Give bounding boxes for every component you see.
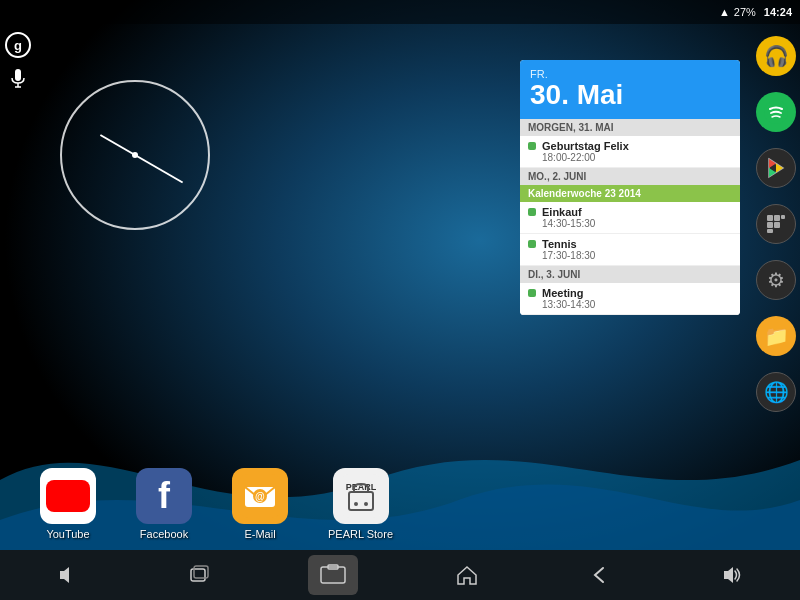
svg-rect-26 [194,566,208,578]
svg-rect-19 [774,215,780,221]
status-icons: ▲ 27% 14:24 [719,6,792,18]
recent-apps-btn[interactable] [175,555,225,595]
app-icons-row: YouTube f Facebook @ E-Mail PEARL [40,468,393,540]
youtube-app[interactable]: YouTube [40,468,96,540]
cal-week-badge: Kalenderwoche 23 2014 [520,185,740,202]
email-label: E-Mail [244,528,275,540]
facebook-icon: f [136,468,192,524]
microphone-icon[interactable] [4,66,32,94]
clock-time: 14:24 [764,6,792,18]
svg-rect-7 [339,474,383,518]
right-sidebar: 🎧 ⚙ 📁 [752,24,800,550]
email-app[interactable]: @ E-Mail [232,468,288,540]
clock-face [60,80,210,230]
clock-minute-hand [135,154,184,183]
clock-widget [60,80,220,240]
event-dot [528,142,536,150]
volume-up-btn[interactable] [708,555,758,595]
event-name: Geburtstag Felix [542,140,629,152]
svg-rect-21 [767,222,773,228]
files-icon[interactable]: 📁 [756,316,796,356]
event-time: 13:30-14:30 [542,299,595,310]
svg-marker-29 [724,567,733,583]
email-icon: @ [232,468,288,524]
spotify-icon[interactable] [756,92,796,132]
nav-bar [0,550,800,600]
svg-rect-0 [15,69,21,81]
pearl-label: PEARL Store [328,528,393,540]
event-time: 18:00-22:00 [542,152,629,163]
event-dot [528,289,536,297]
cal-event-info: Meeting 13:30-14:30 [542,287,595,310]
event-name: Tennis [542,238,595,250]
cal-event-info: Geburtstag Felix 18:00-22:00 [542,140,629,163]
svg-point-11 [364,502,368,506]
cal-section-morgen: MORGEN, 31. MAI [520,119,740,136]
home-btn[interactable] [442,555,492,595]
browser-icon[interactable]: 🌐 [756,372,796,412]
pearl-store-app[interactable]: PEARL PEARL Store [328,468,393,540]
facebook-app[interactable]: f Facebook [136,468,192,540]
cal-event-info: Einkauf 14:30-15:30 [542,206,595,229]
apps-grid-icon[interactable] [756,204,796,244]
svg-marker-14 [769,159,776,168]
cal-event-geburtstag[interactable]: Geburtstag Felix 18:00-22:00 [520,136,740,168]
calendar-date: 30. Mai [530,80,730,111]
screenshot-btn[interactable] [308,555,358,595]
wifi-icon: ▲ [719,6,730,18]
event-name: Meeting [542,287,595,299]
svg-rect-22 [774,222,780,228]
status-bar: ▲ 27% 14:24 [0,0,800,24]
svg-point-10 [354,502,358,506]
settings-icon[interactable]: ⚙ [756,260,796,300]
back-btn[interactable] [575,555,625,595]
cal-section-mo: MO., 2. JUNI [520,168,740,185]
svg-rect-20 [781,215,785,219]
youtube-label: YouTube [46,528,89,540]
svg-marker-24 [60,567,69,583]
pearl-store-icon: PEARL [333,468,389,524]
cal-event-tennis[interactable]: Tennis 17:30-18:30 [520,234,740,266]
calendar-header: FR. 30. Mai [520,60,740,119]
calendar-widget: FR. 30. Mai MORGEN, 31. MAI Geburtstag F… [520,60,740,315]
event-time: 14:30-15:30 [542,218,595,229]
cal-section-di: DI., 3. JUNI [520,266,740,283]
headphones-icon[interactable]: 🎧 [756,36,796,76]
event-dot [528,208,536,216]
event-dot [528,240,536,248]
svg-rect-25 [191,569,205,581]
svg-marker-16 [769,168,776,177]
play-store-icon[interactable] [756,148,796,188]
cal-event-info: Tennis 17:30-18:30 [542,238,595,261]
svg-rect-23 [767,229,773,233]
battery-percentage: 27% [734,6,756,18]
svg-text:@: @ [255,491,265,502]
svg-marker-15 [776,164,783,173]
google-icon[interactable]: g [5,32,31,58]
left-sidebar: g [0,24,36,550]
facebook-label: Facebook [140,528,188,540]
youtube-icon [40,468,96,524]
cal-event-einkauf[interactable]: Einkauf 14:30-15:30 [520,202,740,234]
event-name: Einkauf [542,206,595,218]
cal-event-meeting[interactable]: Meeting 13:30-14:30 [520,283,740,315]
calendar-day-name: FR. [530,68,730,80]
event-time: 17:30-18:30 [542,250,595,261]
volume-down-btn[interactable] [42,555,92,595]
clock-center-dot [132,152,138,158]
svg-rect-18 [767,215,773,221]
clock-hour-hand [100,134,136,156]
